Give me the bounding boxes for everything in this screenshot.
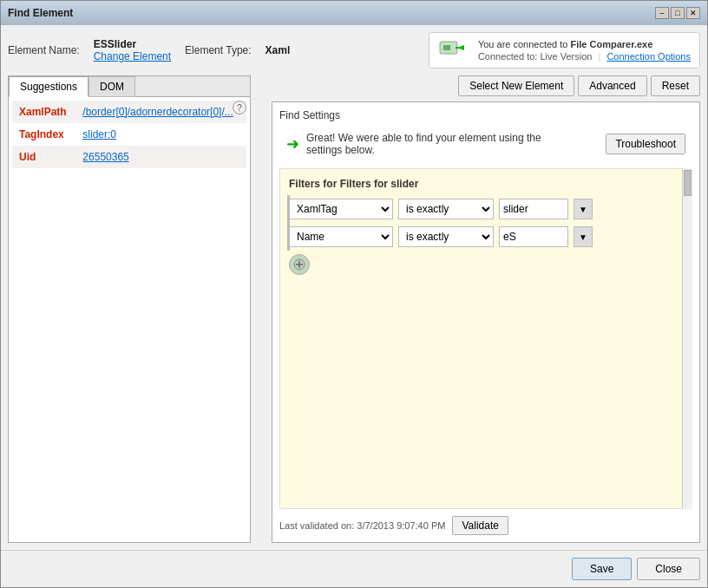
bottom-area: Last validated on: 3/7/2013 9:07:40 PM V…	[279, 516, 692, 535]
suggestions-table: XamlPath /border[0]/adornerdecorator[0]/…	[12, 101, 246, 168]
filter-row-1: Name is exactly ▼	[289, 226, 683, 247]
connection-box: You are connected to File Comparer.exe C…	[429, 32, 700, 69]
left-panel: Suggestions DOM ? XamlPath /border[0]/ad…	[8, 75, 251, 543]
success-arrow-icon: ➜	[286, 134, 299, 154]
filter-dropdown-btn-0[interactable]: ▼	[574, 199, 593, 219]
maximize-button[interactable]: □	[671, 7, 685, 19]
main-content: Suggestions DOM ? XamlPath /border[0]/ad…	[8, 75, 700, 543]
filters-title: Filters for Filters for slider Filters f…	[289, 178, 683, 190]
filter-field-0[interactable]: XamlTag	[289, 199, 393, 219]
save-button[interactable]: Save	[572, 558, 632, 580]
filters-area: Filters for Filters for slider Filters f…	[279, 168, 692, 509]
element-info: Element Name: ESSlider Change Element El…	[8, 38, 290, 62]
toolbar-row: Select New Element Advanced Reset	[272, 75, 700, 96]
suggestion-val-1[interactable]: slider:0	[75, 123, 246, 146]
element-type-label: Element Type:	[185, 44, 252, 56]
header-area: Element Name: ESSlider Change Element El…	[8, 32, 700, 69]
filter-dropdown-btn-1[interactable]: ▼	[574, 226, 593, 247]
connection-app-name: File Comparer.exe	[571, 39, 653, 49]
tabs-header: Suggestions DOM	[9, 76, 250, 97]
find-settings-label: Find Settings	[279, 109, 692, 121]
suggestion-key-0: XamlPath	[12, 101, 75, 123]
title-bar: Find Element – □ ✕	[1, 1, 707, 25]
advanced-button[interactable]: Advanced	[578, 75, 646, 96]
window-body: Element Name: ESSlider Change Element El…	[1, 25, 707, 550]
filters-wrapper: ? Filters for Filters for slider Filters…	[279, 168, 692, 509]
connection-sub: Connected to: Live Version | Connection …	[478, 51, 691, 62]
close-button-footer[interactable]: Close	[637, 558, 700, 580]
vertical-divider	[258, 75, 265, 543]
tab-dom[interactable]: DOM	[88, 76, 135, 97]
suggestion-key-2: Uid	[12, 146, 75, 168]
connection-title: You are connected to File Comparer.exe	[478, 39, 691, 49]
scrollbar-thumb[interactable]	[684, 170, 692, 196]
suggestion-key-1: TagIndex	[12, 123, 75, 146]
element-name-block: ESSlider Change Element	[94, 38, 171, 62]
footer: Save Close	[1, 550, 707, 587]
minimize-button[interactable]: –	[655, 7, 669, 19]
element-name-label: Element Name:	[8, 44, 80, 56]
reset-button[interactable]: Reset	[651, 75, 700, 96]
connection-options-link[interactable]: Connection Options	[606, 51, 691, 62]
filter-operator-0[interactable]: is exactly	[398, 199, 494, 219]
filter-value-0[interactable]	[499, 199, 568, 219]
window-controls: – □ ✕	[655, 7, 700, 19]
select-new-element-button[interactable]: Select New Element	[458, 75, 574, 96]
add-icon	[293, 258, 305, 271]
troubleshoot-button[interactable]: Troubleshoot	[606, 134, 685, 154]
filter-row-0: XamlTag is exactly ▼	[289, 199, 683, 219]
filter-value-1[interactable]	[499, 226, 568, 247]
validated-text: Last validated on: 3/7/2013 9:07:40 PM	[279, 520, 445, 531]
right-panel-inner: Find Settings ➜ Great! We were able to f…	[272, 101, 700, 543]
connection-text-block: You are connected to File Comparer.exe C…	[478, 39, 691, 62]
connection-icon	[438, 38, 469, 62]
filters-scrollbar[interactable]	[682, 168, 692, 509]
left-help-icon[interactable]: ?	[233, 101, 246, 114]
left-panel-body: ? XamlPath /border[0]/adornerdecorator[0…	[9, 97, 250, 542]
suggestion-val-0[interactable]: /border[0]/adornerdecorator[0]/...	[75, 101, 246, 123]
add-filter-button[interactable]	[289, 254, 310, 275]
filter-field-1[interactable]: Name	[289, 226, 393, 247]
suggestion-val-2[interactable]: 26550365	[75, 146, 246, 168]
validate-button[interactable]: Validate	[452, 516, 508, 535]
right-panel: Select New Element Advanced Reset Find S…	[272, 75, 700, 543]
find-element-window: Find Element – □ ✕ Element Name: ESSlide…	[0, 0, 708, 588]
table-row: Uid 26550365	[12, 146, 246, 168]
success-text: Great! We were able to find your element…	[306, 132, 599, 156]
svg-rect-1	[443, 45, 450, 50]
filter-operator-1[interactable]: is exactly	[398, 226, 494, 247]
element-name-value: ESSlider	[94, 38, 171, 50]
connection-version: Live Version	[540, 51, 592, 62]
close-button[interactable]: ✕	[686, 7, 700, 19]
change-element-link[interactable]: Change Element	[94, 50, 171, 62]
table-row: TagIndex slider:0	[12, 123, 246, 146]
window-title: Find Element	[8, 7, 73, 19]
element-type-value: Xaml	[266, 44, 291, 56]
success-banner: ➜ Great! We were able to find your eleme…	[279, 127, 692, 161]
table-row: XamlPath /border[0]/adornerdecorator[0]/…	[12, 101, 246, 123]
tab-suggestions[interactable]: Suggestions	[9, 76, 88, 97]
